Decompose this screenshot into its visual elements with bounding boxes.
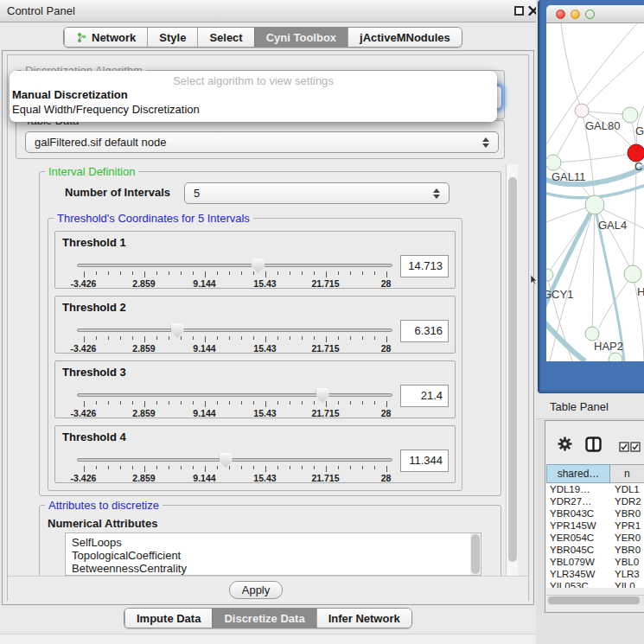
network-node[interactable] [628,144,644,162]
network-node[interactable] [585,195,604,214]
table-rows[interactable]: YDL19… YDL1 YDR27… YDR2 YBR043C YBR0 YPR… [546,483,644,588]
network-node[interactable] [546,155,561,170]
network-node-label: GAL4 [598,219,627,232]
table-row[interactable]: YPR145W YPR1 [546,520,644,532]
table-header-name[interactable]: n [610,464,644,483]
table-row[interactable]: YLR345W YLR3 [546,568,644,580]
traffic-close-icon[interactable] [556,10,565,19]
table-panel-title: Table Panel [550,400,609,413]
network-canvas[interactable]: GAL80GCGAL11GAL4GCY1HHAP2 [546,23,644,361]
traffic-zoom-icon[interactable] [585,10,595,19]
gear-icon[interactable] [558,437,572,455]
attribute-list-item[interactable]: TopologicalCoefficient [72,549,181,562]
bottom-tabbar: Impute Data Discretize Data Infer Networ… [124,608,412,628]
attributes-list-scrollbar-thumb[interactable] [471,534,480,574]
cell-shared-name: YBR045C [546,545,610,555]
top-tab-label: Select [209,31,242,44]
table-header-shared-name[interactable]: shared… [546,464,610,483]
panel-scrollbar-thumb[interactable] [508,177,517,562]
table-row[interactable]: YIL053C YIL0 [546,580,644,588]
network-node[interactable] [609,353,622,361]
top-tab[interactable]: Select [197,28,253,47]
slider-track[interactable] [77,458,392,462]
network-window-titlebar[interactable] [546,5,644,23]
threshold-slider[interactable]: -3.4262.8599.14415.4321.71528 [77,450,392,483]
checkbox-icon[interactable] [619,440,629,456]
threshold-label: Threshold 3 [62,366,126,379]
network-node[interactable] [575,104,589,118]
number-of-intervals-value: 5 [194,187,200,200]
threshold-slider[interactable]: -3.4262.8599.14415.4321.71528 [77,321,392,354]
tick-label: 9.144 [193,408,215,418]
table-hscrollbar-thumb[interactable] [548,596,640,604]
slider-track[interactable] [77,264,392,267]
cell-name: YBR0 [610,545,641,555]
cell-name: YPR1 [610,520,641,531]
screen: Control Panel Network [0,0,644,644]
algorithm-option-equal-width[interactable]: Equal Width/Frequency Discretization [12,103,200,116]
checkbox-icon[interactable] [630,440,641,456]
tick-label: 9.144 [193,278,215,289]
bottom-tab[interactable]: Discretize Data [212,609,316,628]
network-node[interactable] [585,327,599,341]
slider-thumb[interactable] [220,453,233,468]
traffic-minimize-icon[interactable] [571,10,580,19]
top-tab[interactable]: Network [64,28,147,47]
top-tab-label: Style [159,31,186,44]
attributes-list-scrollbar[interactable] [470,533,481,575]
table-row[interactable]: YBR045C YBR0 [546,544,644,556]
threshold-value-field[interactable]: 14.713 [400,255,449,277]
table-row[interactable]: YDL19… YDL1 [546,483,644,495]
tick-label: 21.715 [311,473,339,483]
table-hscrollbar[interactable] [546,595,644,605]
tick-label: 2.859 [132,278,155,289]
top-tab[interactable]: Cyni Toolbox [254,28,348,47]
cell-name: YIL0 [610,581,635,588]
threshold-row: Threshold 2 -3.4262.8599.14415.4321.7152… [54,296,456,354]
tick-label: -3.426 [71,343,97,354]
network-node-label: HAP2 [594,340,623,353]
bottom-tab[interactable]: Infer Network [316,609,411,628]
number-of-intervals-combobox[interactable]: 5 [184,182,450,204]
top-tab[interactable]: Style [147,28,197,47]
slider-thumb[interactable] [171,323,184,338]
network-node[interactable] [624,265,641,283]
network-node-label: C [634,160,642,173]
table-data-combobox[interactable]: galFiltered.sif default node [25,131,499,153]
table-row[interactable]: YER054C YER0 [546,532,644,544]
numerical-attributes-list[interactable]: SelfLoopsTopologicalCoefficientBetweenne… [65,532,481,576]
threshold-slider[interactable]: -3.4262.8599.14415.4321.71528 [77,256,392,289]
attribute-list-item[interactable]: BetweennessCentrality [72,562,187,575]
attributes-group-title: Attributes to discretize [45,499,163,512]
network-node-label: GCY1 [546,288,573,301]
table-row[interactable]: YBL079W YBL0 [546,556,644,568]
threshold-value-field[interactable]: 21.4 [400,385,449,407]
float-icon[interactable] [514,6,524,16]
threshold-value-field[interactable]: 6.316 [400,320,449,342]
slider-thumb[interactable] [316,388,329,403]
cell-name: YBR0 [610,508,641,519]
tick-label: 21.715 [311,343,339,354]
top-tab[interactable]: jActiveMNodules [348,28,462,47]
apply-button[interactable]: Apply [229,581,283,599]
network-node[interactable] [622,107,638,123]
columns-icon[interactable] [585,437,602,456]
panel-scrollbar[interactable] [506,164,518,576]
threshold-label: Threshold 2 [62,301,126,314]
network-node-label: H [637,285,644,298]
threshold-slider[interactable]: -3.4262.8599.14415.4321.71528 [77,386,392,418]
network-node[interactable] [546,269,553,281]
cell-shared-name: YDR27… [546,496,610,507]
tick-label: -3.426 [71,408,97,418]
table-row[interactable]: YDR27… YDR2 [546,495,644,507]
table-row[interactable]: YBR043C YBR0 [546,507,644,520]
algorithm-option-manual[interactable]: Manual Discretization [12,88,128,101]
cell-name: YDR2 [610,496,641,507]
slider-track[interactable] [77,393,392,397]
network-node-label: GAL80 [585,119,620,132]
attribute-list-item[interactable]: SelfLoops [72,536,122,549]
control-panel-title: Control Panel [7,4,75,17]
bottom-tab[interactable]: Impute Data [124,609,212,628]
slider-track[interactable] [77,328,392,332]
threshold-value-field[interactable]: 11.344 [400,450,449,472]
